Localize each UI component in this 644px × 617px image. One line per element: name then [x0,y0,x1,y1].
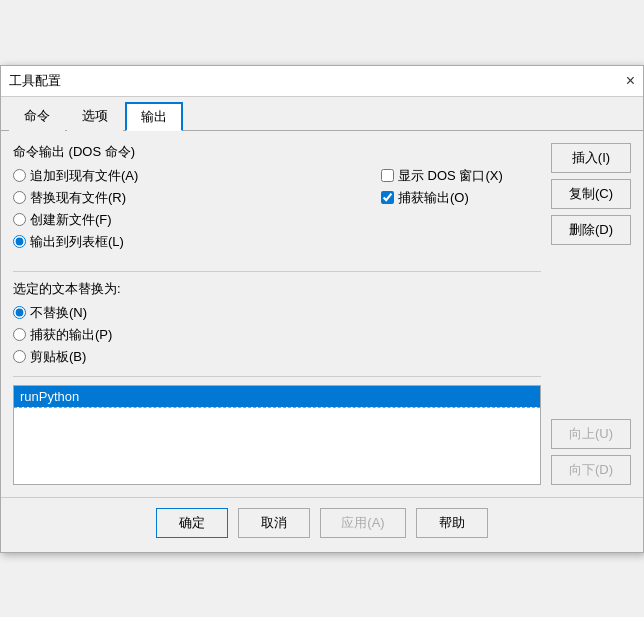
selected-text-label: 选定的文本替换为: [13,280,541,298]
apply-button[interactable]: 应用(A) [320,508,405,538]
listbox-item-dashed [14,407,540,427]
radio-create[interactable]: 创建新文件(F) [13,211,381,229]
move-down-button[interactable]: 向下(D) [551,455,631,485]
action-buttons: 插入(I) 复制(C) 删除(D) [551,143,631,245]
main-panel: 命令输出 (DOS 命令) 追加到现有文件(A) 替换现有文件(R) [13,143,541,485]
move-buttons: 向上(U) 向下(D) [551,419,631,485]
radio-col-left: 追加到现有文件(A) 替换现有文件(R) 创建新文件(F) 输出到列表 [13,167,381,261]
window-title: 工具配置 [9,72,61,90]
command-output-options: 追加到现有文件(A) 替换现有文件(R) 创建新文件(F) 输出到列表 [13,167,541,261]
tab-options[interactable]: 选项 [67,102,123,131]
cancel-button[interactable]: 取消 [238,508,310,538]
divider [13,271,541,272]
tool-config-window: 工具配置 × 命令 选项 输出 命令输出 (DOS 命令) 追加到现有文 [0,65,644,553]
checkbox-col-right: 显示 DOS 窗口(X) 捕获输出(O) [381,167,541,261]
tab-bar: 命令 选项 输出 [1,97,643,131]
tab-output[interactable]: 输出 [125,102,183,131]
delete-button[interactable]: 删除(D) [551,215,631,245]
command-output-label: 命令输出 (DOS 命令) [13,143,541,161]
move-up-button[interactable]: 向上(U) [551,419,631,449]
checkbox-show-dos[interactable]: 显示 DOS 窗口(X) [381,167,541,185]
tab-cmd[interactable]: 命令 [9,102,65,131]
bottom-button-bar: 确定 取消 应用(A) 帮助 [1,497,643,552]
radio-replace[interactable]: 替换现有文件(R) [13,189,381,207]
insert-button[interactable]: 插入(I) [551,143,631,173]
title-bar: 工具配置 × [1,66,643,97]
radio-no-replace[interactable]: 不替换(N) [13,304,541,322]
divider2 [13,376,541,377]
close-button[interactable]: × [626,73,635,89]
listbox-empty-area [14,427,540,477]
radio-listbox[interactable]: 输出到列表框(L) [13,233,381,251]
help-button[interactable]: 帮助 [416,508,488,538]
checkbox-capture[interactable]: 捕获输出(O) [381,189,541,207]
radio-clipboard[interactable]: 剪贴板(B) [13,348,541,366]
content-area: 命令输出 (DOS 命令) 追加到现有文件(A) 替换现有文件(R) [1,131,643,497]
replace-radio-group: 不替换(N) 捕获的输出(P) 剪贴板(B) [13,304,541,366]
output-radio-group: 追加到现有文件(A) 替换现有文件(R) 创建新文件(F) 输出到列表 [13,167,381,251]
radio-append[interactable]: 追加到现有文件(A) [13,167,381,185]
listbox-item-runpython[interactable]: runPython [14,386,540,407]
copy-button[interactable]: 复制(C) [551,179,631,209]
spacer [551,255,631,399]
side-button-panel: 插入(I) 复制(C) 删除(D) 向上(U) 向下(D) [551,143,631,485]
ok-button[interactable]: 确定 [156,508,228,538]
radio-captured-output[interactable]: 捕获的输出(P) [13,326,541,344]
tool-listbox[interactable]: runPython [13,385,541,485]
